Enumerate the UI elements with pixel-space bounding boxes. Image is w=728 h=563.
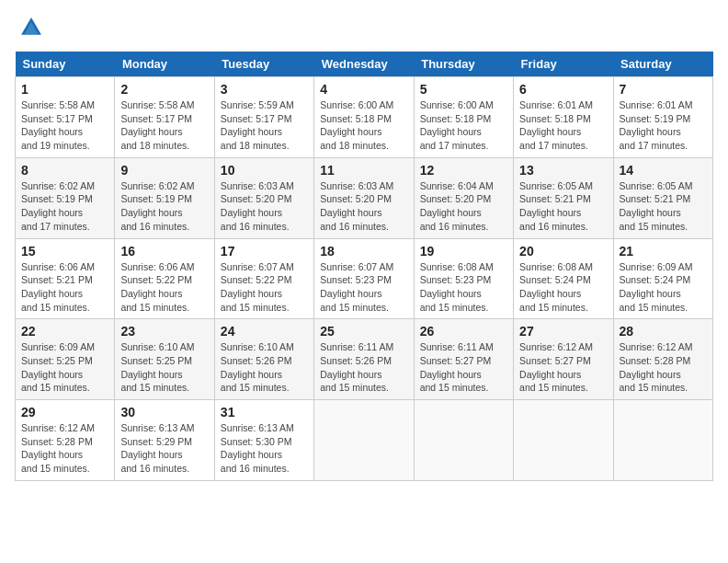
- calendar-cell: 26 Sunrise: 6:11 AM Sunset: 5:27 PM Dayl…: [414, 319, 513, 400]
- day-info: Sunrise: 6:02 AM Sunset: 5:19 PM Dayligh…: [21, 179, 108, 234]
- day-number: 12: [420, 163, 507, 178]
- calendar-cell: 23 Sunrise: 6:10 AM Sunset: 5:25 PM Dayl…: [115, 319, 214, 400]
- day-number: 7: [620, 82, 707, 97]
- calendar-cell: 28 Sunrise: 6:12 AM Sunset: 5:28 PM Dayl…: [613, 319, 712, 400]
- calendar-cell: 30 Sunrise: 6:13 AM Sunset: 5:29 PM Dayl…: [115, 400, 214, 481]
- day-number: 9: [120, 163, 208, 178]
- day-info: Sunrise: 6:09 AM Sunset: 5:24 PM Dayligh…: [620, 260, 707, 315]
- logo: [15, 15, 44, 40]
- day-number: 8: [21, 163, 108, 178]
- calendar-cell: 5 Sunrise: 6:00 AM Sunset: 5:18 PM Dayli…: [414, 77, 513, 158]
- day-info: Sunrise: 6:01 AM Sunset: 5:19 PM Dayligh…: [620, 98, 707, 153]
- day-number: 28: [620, 324, 707, 339]
- day-info: Sunrise: 6:08 AM Sunset: 5:24 PM Dayligh…: [519, 260, 607, 315]
- calendar-cell: 8 Sunrise: 6:02 AM Sunset: 5:19 PM Dayli…: [16, 157, 115, 238]
- day-info: Sunrise: 6:12 AM Sunset: 5:27 PM Dayligh…: [519, 340, 607, 395]
- day-info: Sunrise: 6:01 AM Sunset: 5:18 PM Dayligh…: [519, 98, 607, 153]
- day-info: Sunrise: 6:03 AM Sunset: 5:20 PM Dayligh…: [221, 179, 308, 234]
- day-info: Sunrise: 6:10 AM Sunset: 5:26 PM Dayligh…: [221, 340, 308, 395]
- calendar-cell: 20 Sunrise: 6:08 AM Sunset: 5:24 PM Dayl…: [514, 238, 613, 319]
- day-number: 24: [221, 324, 308, 339]
- calendar-cell: 15 Sunrise: 6:06 AM Sunset: 5:21 PM Dayl…: [16, 238, 115, 319]
- calendar-cell: 4 Sunrise: 6:00 AM Sunset: 5:18 PM Dayli…: [314, 77, 414, 158]
- day-number: 3: [221, 82, 308, 97]
- day-number: 25: [320, 324, 407, 339]
- calendar-cell: 7 Sunrise: 6:01 AM Sunset: 5:19 PM Dayli…: [613, 77, 712, 158]
- day-info: Sunrise: 6:00 AM Sunset: 5:18 PM Dayligh…: [320, 98, 407, 153]
- day-number: 31: [221, 405, 308, 419]
- day-number: 10: [221, 163, 308, 178]
- header-friday: Friday: [514, 52, 613, 77]
- day-info: Sunrise: 6:11 AM Sunset: 5:26 PM Dayligh…: [320, 340, 407, 395]
- header-sunday: Sunday: [16, 52, 115, 77]
- day-info: Sunrise: 6:00 AM Sunset: 5:18 PM Dayligh…: [420, 98, 507, 153]
- day-info: Sunrise: 6:09 AM Sunset: 5:25 PM Dayligh…: [21, 340, 108, 395]
- calendar-cell: 27 Sunrise: 6:12 AM Sunset: 5:27 PM Dayl…: [514, 319, 613, 400]
- day-number: 1: [21, 82, 108, 97]
- day-number: 22: [21, 324, 108, 339]
- calendar-cell: 1 Sunrise: 5:58 AM Sunset: 5:17 PM Dayli…: [16, 77, 115, 158]
- calendar-cell: 10 Sunrise: 6:03 AM Sunset: 5:20 PM Dayl…: [214, 157, 313, 238]
- day-number: 19: [420, 244, 507, 259]
- day-info: Sunrise: 6:07 AM Sunset: 5:22 PM Dayligh…: [221, 260, 308, 315]
- day-info: Sunrise: 6:10 AM Sunset: 5:25 PM Dayligh…: [120, 340, 208, 395]
- header-saturday: Saturday: [613, 52, 712, 77]
- calendar-cell: 29 Sunrise: 6:12 AM Sunset: 5:28 PM Dayl…: [16, 400, 115, 481]
- day-info: Sunrise: 6:08 AM Sunset: 5:23 PM Dayligh…: [420, 260, 507, 315]
- day-number: 14: [620, 163, 707, 178]
- calendar-cell: 21 Sunrise: 6:09 AM Sunset: 5:24 PM Dayl…: [613, 238, 712, 319]
- calendar-week-2: 8 Sunrise: 6:02 AM Sunset: 5:19 PM Dayli…: [16, 157, 713, 238]
- calendar-table: SundayMondayTuesdayWednesdayThursdayFrid…: [15, 52, 713, 481]
- calendar-week-3: 15 Sunrise: 6:06 AM Sunset: 5:21 PM Dayl…: [16, 238, 713, 319]
- header: [15, 15, 713, 40]
- calendar-cell: 2 Sunrise: 5:58 AM Sunset: 5:17 PM Dayli…: [115, 77, 214, 158]
- calendar-cell: [514, 400, 613, 481]
- calendar-cell: 19 Sunrise: 6:08 AM Sunset: 5:23 PM Dayl…: [414, 238, 513, 319]
- calendar-cell: [314, 400, 414, 481]
- day-info: Sunrise: 5:58 AM Sunset: 5:17 PM Dayligh…: [21, 98, 108, 153]
- day-info: Sunrise: 6:13 AM Sunset: 5:29 PM Dayligh…: [120, 421, 208, 476]
- calendar-cell: 14 Sunrise: 6:05 AM Sunset: 5:21 PM Dayl…: [613, 157, 712, 238]
- calendar-cell: 18 Sunrise: 6:07 AM Sunset: 5:23 PM Dayl…: [314, 238, 414, 319]
- day-number: 29: [21, 405, 108, 419]
- day-info: Sunrise: 6:11 AM Sunset: 5:27 PM Dayligh…: [420, 340, 507, 395]
- calendar-week-4: 22 Sunrise: 6:09 AM Sunset: 5:25 PM Dayl…: [16, 319, 713, 400]
- day-info: Sunrise: 6:12 AM Sunset: 5:28 PM Dayligh…: [620, 340, 707, 395]
- day-info: Sunrise: 5:58 AM Sunset: 5:17 PM Dayligh…: [120, 98, 208, 153]
- day-number: 4: [320, 82, 407, 97]
- calendar-cell: [414, 400, 513, 481]
- day-number: 11: [320, 163, 407, 178]
- day-info: Sunrise: 6:06 AM Sunset: 5:21 PM Dayligh…: [21, 260, 108, 315]
- day-number: 27: [519, 324, 607, 339]
- day-number: 26: [420, 324, 507, 339]
- calendar-cell: 9 Sunrise: 6:02 AM Sunset: 5:19 PM Dayli…: [115, 157, 214, 238]
- day-info: Sunrise: 6:13 AM Sunset: 5:30 PM Dayligh…: [221, 421, 308, 476]
- calendar-cell: 24 Sunrise: 6:10 AM Sunset: 5:26 PM Dayl…: [214, 319, 313, 400]
- calendar-cell: 31 Sunrise: 6:13 AM Sunset: 5:30 PM Dayl…: [214, 400, 313, 481]
- logo-icon: [18, 15, 44, 40]
- calendar-cell: 25 Sunrise: 6:11 AM Sunset: 5:26 PM Dayl…: [314, 319, 414, 400]
- calendar-cell: 13 Sunrise: 6:05 AM Sunset: 5:21 PM Dayl…: [514, 157, 613, 238]
- calendar-cell: 17 Sunrise: 6:07 AM Sunset: 5:22 PM Dayl…: [214, 238, 313, 319]
- header-thursday: Thursday: [414, 52, 513, 77]
- day-number: 18: [320, 244, 407, 259]
- day-number: 2: [120, 82, 208, 97]
- day-info: Sunrise: 6:05 AM Sunset: 5:21 PM Dayligh…: [620, 179, 707, 234]
- calendar-cell: [613, 400, 712, 481]
- day-info: Sunrise: 6:04 AM Sunset: 5:20 PM Dayligh…: [420, 179, 507, 234]
- day-number: 6: [519, 82, 607, 97]
- calendar-header-row: SundayMondayTuesdayWednesdayThursdayFrid…: [16, 52, 713, 77]
- calendar-cell: 6 Sunrise: 6:01 AM Sunset: 5:18 PM Dayli…: [514, 77, 613, 158]
- calendar-cell: 22 Sunrise: 6:09 AM Sunset: 5:25 PM Dayl…: [16, 319, 115, 400]
- day-number: 17: [221, 244, 308, 259]
- calendar-week-1: 1 Sunrise: 5:58 AM Sunset: 5:17 PM Dayli…: [16, 77, 713, 158]
- day-number: 20: [519, 244, 607, 259]
- day-info: Sunrise: 6:12 AM Sunset: 5:28 PM Dayligh…: [21, 421, 108, 476]
- calendar-cell: 3 Sunrise: 5:59 AM Sunset: 5:17 PM Dayli…: [214, 77, 313, 158]
- day-number: 30: [120, 405, 208, 419]
- day-info: Sunrise: 5:59 AM Sunset: 5:17 PM Dayligh…: [221, 98, 308, 153]
- header-wednesday: Wednesday: [314, 52, 414, 77]
- day-info: Sunrise: 6:07 AM Sunset: 5:23 PM Dayligh…: [320, 260, 407, 315]
- day-info: Sunrise: 6:03 AM Sunset: 5:20 PM Dayligh…: [320, 179, 407, 234]
- calendar-week-5: 29 Sunrise: 6:12 AM Sunset: 5:28 PM Dayl…: [16, 400, 713, 481]
